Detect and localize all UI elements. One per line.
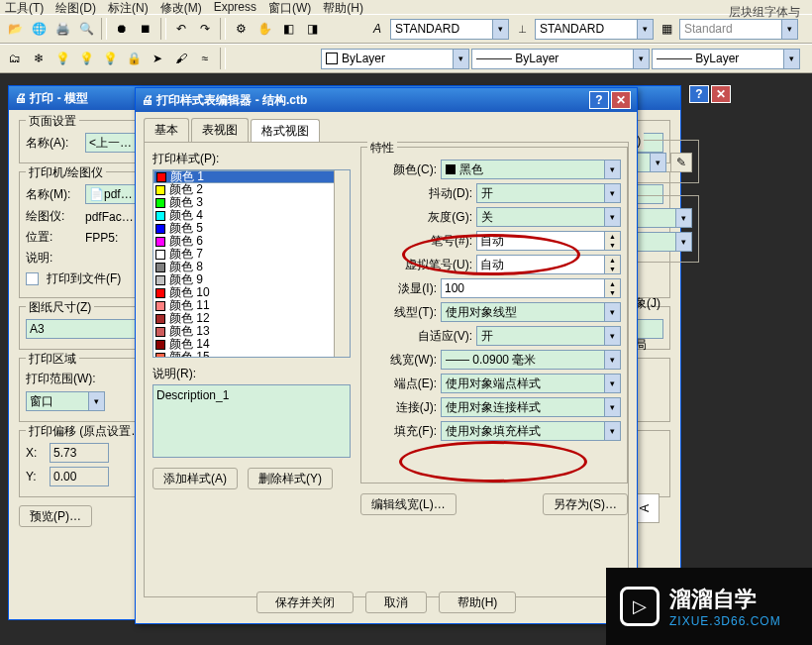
extra2-icon[interactable]: ◨: [301, 18, 323, 40]
editor-close-winbtn[interactable]: ✕: [611, 91, 631, 109]
bulb2-icon[interactable]: 💡: [75, 48, 97, 69]
dimstyle-icon[interactable]: ⟂: [511, 18, 533, 40]
plot-to-file-checkbox[interactable]: [26, 272, 39, 285]
undo-icon[interactable]: ↶: [170, 18, 192, 40]
offset-y[interactable]: 0.00: [50, 467, 109, 486]
properties-group: 特性 颜色(C):黑色 抖动(D):开 灰度(G):关 笔号(#):自动▲▼ 虚…: [360, 147, 628, 484]
styles-label: 打印样式(P):: [152, 151, 351, 167]
menu-help[interactable]: 帮助(H): [323, 0, 363, 14]
plot-title-icon: 🖨: [15, 91, 27, 105]
editor-title: 打印样式表编辑器 - 结构.ctb: [156, 92, 307, 109]
play-icon: ▷: [620, 587, 660, 626]
editor-help-winbtn[interactable]: ?: [589, 91, 609, 109]
lineweight-combo[interactable]: ——— ByLayer: [652, 49, 800, 69]
toolbar-row-1: 📂 🌐 🖨️ 🔍 ⏺ ⏹ ↶ ↷ ⚙ ✋ ◧ ◨ A STANDARD ⟂ ST…: [0, 14, 812, 44]
bulb3-icon[interactable]: 💡: [99, 48, 121, 69]
color-select[interactable]: 黑色: [441, 160, 621, 179]
editor-title-icon: 🖨: [142, 93, 153, 107]
lock-icon[interactable]: 🔒: [123, 48, 145, 69]
brand-watermark: ▷ 溜溜自学 ZIXUE.3D66.COM: [606, 568, 812, 645]
edit-icon[interactable]: ✎: [670, 153, 692, 172]
brush-icon[interactable]: 🖌: [170, 48, 192, 69]
globe-icon[interactable]: 🌐: [28, 18, 50, 40]
preview-button[interactable]: 预览(P)…: [19, 505, 92, 527]
color-combo[interactable]: ByLayer: [321, 49, 469, 69]
open-icon[interactable]: 📂: [4, 18, 26, 40]
close-winbtn[interactable]: ✕: [711, 85, 731, 103]
toolbar-row-2: 🗂 ❄ 💡 💡 💡 🔒 ➤ 🖌 ≈ ByLayer ——— ByLayer ——…: [0, 44, 812, 73]
menu-bar: 工具(T) 绘图(D) 标注(N) 修改(M) Express 窗口(W) 帮助…: [0, 0, 812, 14]
bulb1-icon[interactable]: 💡: [51, 48, 73, 69]
linetype-select[interactable]: 使用对象线型: [441, 302, 621, 322]
textstyle-icon[interactable]: A: [366, 18, 388, 40]
style-item[interactable]: 颜色 15: [153, 351, 350, 358]
plotstyle-editor-window: 🖨 打印样式表编辑器 - 结构.ctb ?✕ 基本 表视图 格式视图 打印样式(…: [135, 87, 638, 624]
tab-format[interactable]: 格式视图: [251, 119, 320, 143]
dimstyle-combo[interactable]: STANDARD: [535, 19, 654, 40]
adapt-select[interactable]: 开: [476, 326, 621, 346]
help-winbtn[interactable]: ?: [689, 85, 709, 103]
textstyle-combo[interactable]: STANDARD: [390, 19, 509, 40]
cancel-button[interactable]: 取消: [365, 591, 427, 613]
print-icon[interactable]: 🖨️: [51, 18, 73, 40]
editor-tabs: 基本 表视图 格式视图: [144, 118, 629, 142]
preview-icon[interactable]: 🔍: [75, 18, 97, 40]
layer-icon[interactable]: 🗂: [4, 48, 26, 69]
red-icon[interactable]: ⏺: [111, 18, 133, 40]
menu-modify[interactable]: 修改(M): [160, 0, 202, 14]
lineweight-select[interactable]: —— 0.0900 毫米: [441, 350, 621, 370]
linetype-combo[interactable]: ——— ByLayer: [471, 49, 650, 69]
blue-icon[interactable]: ⏹: [135, 18, 156, 40]
add-style-button[interactable]: 添加样式(A): [152, 468, 238, 489]
endcap-select[interactable]: 使用对象端点样式: [441, 374, 621, 393]
menu-window[interactable]: 窗口(W): [268, 0, 311, 14]
fill-select[interactable]: 使用对象填充样式: [441, 421, 621, 441]
help-button[interactable]: 帮助(H): [439, 591, 517, 613]
vpen-spin[interactable]: 自动▲▼: [476, 255, 621, 274]
edit-lineweight-button[interactable]: 编辑线宽(L)…: [360, 493, 457, 515]
join-select[interactable]: 使用对象连接样式: [441, 397, 621, 417]
tab-table[interactable]: 表视图: [191, 118, 249, 142]
description-box[interactable]: Description_1: [152, 384, 351, 458]
save-as-button[interactable]: 另存为(S)…: [543, 493, 628, 515]
style-listbox[interactable]: 颜色 1颜色 2颜色 3颜色 4颜色 5颜色 6颜色 7颜色 8颜色 9颜色 1…: [152, 169, 351, 358]
gray-select[interactable]: 关: [476, 207, 621, 227]
plot-range[interactable]: 窗口: [26, 391, 105, 411]
scrollbar[interactable]: [334, 170, 350, 357]
screen-spin[interactable]: 100▲▼: [441, 278, 621, 298]
tablestyle-combo[interactable]: Standard: [679, 19, 798, 40]
redo-icon[interactable]: ↷: [194, 18, 216, 40]
tab-panel: 打印样式(P): 颜色 1颜色 2颜色 3颜色 4颜色 5颜色 6颜色 7颜色 …: [144, 142, 629, 597]
menu-tools[interactable]: 工具(T): [5, 0, 44, 14]
offset-x[interactable]: 5.73: [50, 443, 109, 463]
tablestyle-icon[interactable]: ▦: [656, 18, 677, 40]
menu-annotate[interactable]: 标注(N): [108, 0, 149, 14]
save-close-button[interactable]: 保存并关闭: [256, 591, 354, 613]
freeze-icon[interactable]: ❄: [28, 48, 50, 69]
pan-icon[interactable]: ✋: [254, 18, 275, 40]
dither-select[interactable]: 开: [476, 183, 621, 203]
desc-label: 说明(R):: [152, 366, 351, 382]
menu-draw[interactable]: 绘图(D): [55, 0, 96, 14]
editor-titlebar[interactable]: 🖨 打印样式表编辑器 - 结构.ctb ?✕: [136, 88, 637, 112]
style-item[interactable]: 颜色 1: [153, 170, 350, 183]
delete-style-button[interactable]: 删除样式(Y): [248, 468, 333, 489]
menu-express[interactable]: Express: [214, 0, 256, 14]
tab-basic[interactable]: 基本: [144, 118, 189, 142]
pen-spin[interactable]: 自动▲▼: [476, 231, 621, 251]
pick-icon[interactable]: ➤: [147, 48, 168, 69]
tool-icon[interactable]: ⚙: [230, 18, 252, 40]
extra1-icon[interactable]: ◧: [277, 18, 299, 40]
match-icon[interactable]: ≈: [194, 48, 216, 69]
plot-title: 打印 - 模型: [30, 90, 88, 107]
